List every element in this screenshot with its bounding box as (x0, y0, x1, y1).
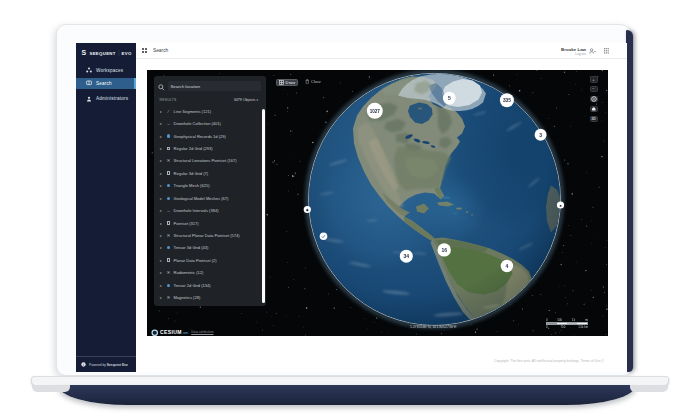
svg-text:16: 16 (441, 247, 447, 253)
svg-text:i: i (83, 363, 84, 367)
svg-text:5: 5 (448, 95, 451, 101)
svg-text:SEEQUENT: SEEQUENT (90, 51, 116, 56)
svg-text:1027: 1027 (370, 108, 381, 113)
svg-text:3: 3 (539, 131, 542, 137)
svg-text:S: S (81, 49, 86, 56)
svg-text:335: 335 (503, 98, 511, 103)
svg-text:4: 4 (506, 263, 509, 269)
svg-text:EVO: EVO (122, 51, 132, 56)
svg-text:◆: ◆ (305, 208, 309, 212)
svg-text:■: ■ (559, 203, 561, 207)
svg-text:34: 34 (404, 253, 410, 259)
